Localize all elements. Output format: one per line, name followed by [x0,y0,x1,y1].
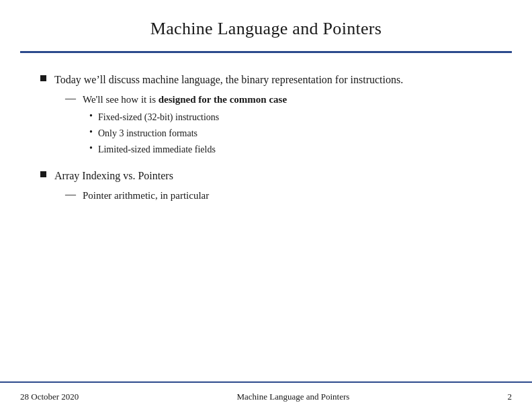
bullet-dot-1: • [89,111,93,122]
dot-item-1: • Fixed-sized (32-bit) instructions [89,110,287,124]
sub-item-1: — We'll see how it is designed for the c… [65,92,403,158]
bullet-square-1 [40,75,46,81]
bullet-dot-3: • [89,143,93,154]
dot-item-2: • Only 3 instruction formats [89,126,287,140]
sub-item-2-1-text: Pointer arithmetic, in particular [83,188,209,203]
slide: Machine Language and Pointers Today we’l… [0,0,532,411]
dot-text-2: Only 3 instruction formats [98,126,197,140]
bullet-1-sublist: — We'll see how it is designed for the c… [54,92,403,158]
dash-1: — [65,92,76,104]
slide-title: Machine Language and Pointers [27,19,505,39]
dot-text-1: Fixed-sized (32-bit) instructions [98,110,219,124]
title-area: Machine Language and Pointers [0,0,532,46]
dot-text-3: Limited-sized immediate fields [98,142,216,156]
footer-date: 28 October 2020 [20,392,79,402]
bullet-square-2 [40,171,46,177]
footer-page: 2 [508,392,513,402]
footer: 28 October 2020 Machine Language and Poi… [0,381,532,411]
dash-2: — [65,188,76,200]
bullet-2-content: Array Indexing vs. Pointers — Pointer ar… [54,168,209,206]
content-area: Today we’ll discuss machine language, th… [0,53,532,411]
bullet-2-text: Array Indexing vs. Pointers [54,170,173,181]
bullet-dot-2: • [89,127,93,138]
bullet-2-sublist: — Pointer arithmetic, in particular [54,188,209,203]
footer-title: Machine Language and Pointers [237,392,350,402]
sub-item-2-1: — Pointer arithmetic, in particular [65,188,209,203]
dot-list: • Fixed-sized (32-bit) instructions • On… [89,110,287,156]
bullet-2: Array Indexing vs. Pointers — Pointer ar… [40,168,492,206]
bullet-1-content: Today we’ll discuss machine language, th… [54,72,403,161]
dot-item-3: • Limited-sized immediate fields [89,142,287,156]
sub-item-1-content: We'll see how it is designed for the com… [83,92,287,158]
bullet-1-text: Today we’ll discuss machine language, th… [54,74,403,85]
bullet-1: Today we’ll discuss machine language, th… [40,72,492,161]
sub-item-1-text: We'll see how it is designed for the com… [83,94,287,105]
